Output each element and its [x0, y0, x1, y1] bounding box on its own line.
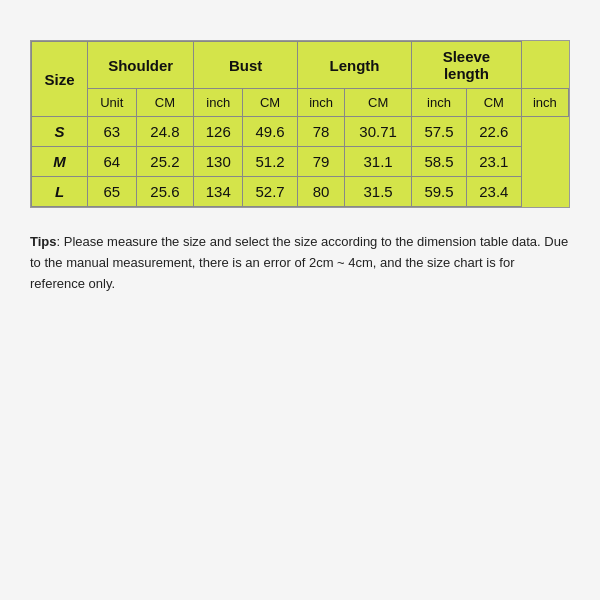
length-cm-cell: 79	[298, 147, 345, 177]
length-header: Length	[298, 42, 412, 89]
sleeve-header: Sleeve length	[412, 42, 522, 89]
length-cm-cell: 78	[298, 117, 345, 147]
shoulder-cm-cell: 63	[88, 117, 137, 147]
tips-section: Tips: Please measure the size and select…	[30, 232, 570, 294]
bust-inch-cell: 52.7	[243, 177, 298, 207]
table-body: S6324.812649.67830.7157.522.6M6425.21305…	[32, 117, 569, 207]
length-cm-unit: CM	[345, 89, 412, 117]
bust-cm-cell: 134	[194, 177, 243, 207]
table-row: S6324.812649.67830.7157.522.6	[32, 117, 569, 147]
tips-text: : Please measure the size and select the…	[30, 234, 568, 291]
shoulder-inch-unit: inch	[194, 89, 243, 117]
length-inch-cell: 30.71	[345, 117, 412, 147]
tips-label: Tips	[30, 234, 57, 249]
shoulder-inch-cell: 25.6	[136, 177, 194, 207]
shoulder-cm-cell: 64	[88, 147, 137, 177]
sleeve-cm-unit: CM	[466, 89, 521, 117]
shoulder-cm-cell: 65	[88, 177, 137, 207]
shoulder-inch-cell: 24.8	[136, 117, 194, 147]
size-cell: S	[32, 117, 88, 147]
sleeve-cm-cell: 59.5	[412, 177, 467, 207]
size-cell: M	[32, 147, 88, 177]
size-chart-table: Size Shoulder Bust Length Sleeve length …	[30, 40, 570, 208]
sleeve-cm-cell: 57.5	[412, 117, 467, 147]
unit-size-label: Unit	[88, 89, 137, 117]
sleeve-inch-cell: 23.1	[466, 147, 521, 177]
bust-inch-cell: 49.6	[243, 117, 298, 147]
length-cm-cell: 80	[298, 177, 345, 207]
bust-header: Bust	[194, 42, 298, 89]
size-header: Size	[32, 42, 88, 117]
table-row: L6525.613452.78031.559.523.4	[32, 177, 569, 207]
bust-cm-cell: 126	[194, 117, 243, 147]
sleeve-inch-cell: 23.4	[466, 177, 521, 207]
size-cell: L	[32, 177, 88, 207]
length-inch-cell: 31.1	[345, 147, 412, 177]
bust-inch-unit: inch	[298, 89, 345, 117]
unit-row: Unit CM inch CM inch CM inch CM inch	[32, 89, 569, 117]
bust-cm-cell: 130	[194, 147, 243, 177]
shoulder-header: Shoulder	[88, 42, 194, 89]
header-row: Size Shoulder Bust Length Sleeve length	[32, 42, 569, 89]
length-inch-cell: 31.5	[345, 177, 412, 207]
sleeve-cm-cell: 58.5	[412, 147, 467, 177]
length-inch-unit: inch	[412, 89, 467, 117]
sleeve-inch-unit: inch	[521, 89, 568, 117]
bust-cm-unit: CM	[243, 89, 298, 117]
table-row: M6425.213051.27931.158.523.1	[32, 147, 569, 177]
shoulder-cm-unit: CM	[136, 89, 194, 117]
shoulder-inch-cell: 25.2	[136, 147, 194, 177]
sleeve-inch-cell: 22.6	[466, 117, 521, 147]
bust-inch-cell: 51.2	[243, 147, 298, 177]
